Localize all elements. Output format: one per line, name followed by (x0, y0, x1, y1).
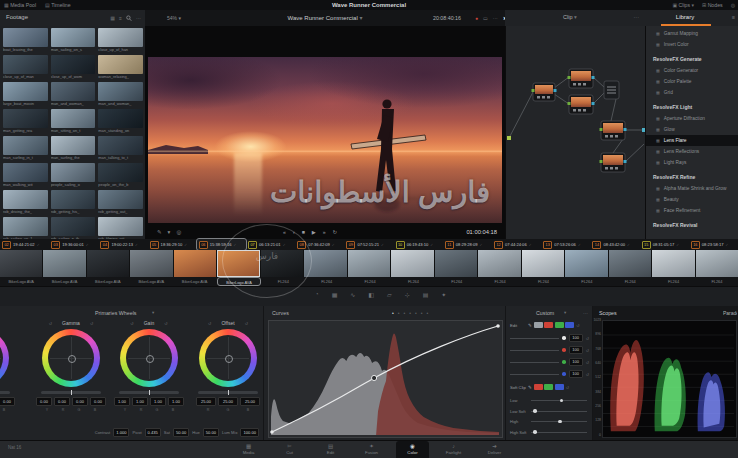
timeline-clip-label[interactable]: FL264 (479, 277, 521, 286)
timeline-clip-thumbnail[interactable] (261, 250, 303, 277)
clip-chip[interactable]: 0907:52:15:21✓ (344, 239, 393, 250)
timeline-clip-thumbnail[interactable] (696, 250, 738, 277)
media-clip-thumbnail[interactable] (98, 28, 143, 47)
reset-icon[interactable]: ↺ (49, 321, 52, 326)
library-item[interactable]: ▦Lens Reflections (646, 146, 738, 157)
media-clip-thumbnail[interactable] (98, 82, 143, 101)
timeline-clip-label[interactable]: FL264 (349, 277, 391, 286)
annotate-pen-icon[interactable]: ✎ (157, 229, 162, 235)
media-clip-thumbnail[interactable] (3, 55, 48, 74)
wheel-value[interactable]: 25.00 (196, 397, 216, 406)
adjust-value[interactable]: 1.000 (113, 428, 129, 437)
camera-raw-icon[interactable]: ◔ (315, 291, 319, 298)
wheel-center-handle[interactable] (225, 355, 233, 363)
pen-dropdown-icon[interactable]: ▾ (168, 229, 171, 235)
color-wheels-icon[interactable]: ▦ (332, 291, 338, 298)
reset-icon[interactable]: ↺ (208, 321, 211, 326)
tracker-icon[interactable]: ⊹ (405, 291, 410, 298)
timeline-clip-thumbnail[interactable] (435, 250, 477, 277)
timeline-clip-label[interactable]: BikerLogo AVA (130, 277, 172, 286)
reset-icon[interactable]: ↺ (164, 321, 167, 326)
wheel-value[interactable]: 1.00 (132, 397, 148, 406)
timeline-clip-label[interactable]: FL264 (436, 277, 478, 286)
media-clip-thumbnail[interactable] (98, 109, 143, 128)
adjust-value[interactable]: 0.435 (145, 428, 161, 437)
wheel-value[interactable]: 0.00 (0, 397, 15, 406)
master-wheel-slider[interactable] (41, 391, 101, 394)
media-clip-thumbnail[interactable] (98, 190, 143, 209)
clip-chip[interactable]: 0419:00:22:13✓ (98, 239, 147, 250)
stop-icon[interactable]: ■ (302, 229, 305, 235)
library-item[interactable]: ▦Light Rays (646, 157, 738, 168)
node-options-icon[interactable]: ··· (634, 14, 640, 20)
adjust-value[interactable]: 50.00 (173, 428, 189, 437)
custom-title[interactable]: Custom (536, 310, 554, 316)
timeline-clip-thumbnail[interactable] (348, 250, 390, 277)
media-clip[interactable]: boat_leaving_the (3, 28, 48, 53)
media-clip[interactable]: people_sailing_o (51, 163, 96, 188)
timeline-clip-thumbnail[interactable] (478, 250, 520, 277)
reset-icon[interactable]: ↺ (586, 372, 589, 377)
library-item[interactable]: ▦Color Palette (646, 76, 738, 87)
viewer-gear-icon[interactable]: ◎ (176, 229, 181, 235)
library-item[interactable]: ▦Grid (646, 87, 738, 98)
curves-page-dot[interactable]: • (427, 310, 429, 316)
clips-toggle[interactable]: ▣ Clips ▾ (672, 2, 694, 8)
step-back-icon[interactable]: ‹ (293, 229, 295, 235)
slider-knob[interactable] (560, 399, 564, 403)
media-clip[interactable]: people_on_the_b (98, 163, 143, 188)
edit-pen-icon[interactable]: ✎ (528, 323, 532, 328)
corrector-node-2[interactable] (568, 69, 595, 88)
media-clip[interactable]: man_standing_on (98, 109, 143, 134)
reset-icon[interactable]: ↺ (245, 321, 248, 326)
media-clip[interactable]: woman_relaxing_ (98, 55, 143, 80)
media-clip-thumbnail[interactable] (51, 136, 96, 155)
wheels-panel-title[interactable]: Primaries Wheels (95, 310, 137, 316)
corrector-node-5[interactable] (600, 153, 627, 172)
media-clip-thumbnail[interactable] (3, 163, 48, 182)
wheel-value[interactable]: 25.00 (240, 397, 260, 406)
more-options-icon[interactable]: ··· (136, 15, 141, 22)
scope-mode-select[interactable]: Parade (723, 310, 737, 316)
adjust-value[interactable]: 100.00 (240, 428, 259, 437)
timeline-clip-thumbnail[interactable] (217, 250, 259, 277)
color-wheel-control[interactable] (120, 329, 178, 387)
timeline-clip-label[interactable]: FL264 (652, 277, 694, 286)
channel-value[interactable]: 100 (569, 346, 583, 354)
library-item[interactable]: ▦Alpha Matte Shrink and Grow (646, 183, 738, 194)
timeline-clip-label[interactable]: FL264 (392, 277, 434, 286)
library-item[interactable]: ▦Gamut Mapping (646, 28, 738, 39)
library-item[interactable]: ▦Beauty (646, 194, 738, 205)
reset-icon[interactable]: ↺ (586, 348, 589, 353)
timeline-clip-label[interactable]: BikerLogo AVA (87, 277, 129, 286)
scopes-title[interactable]: Scopes (599, 310, 617, 316)
channel-value[interactable]: 100 (569, 334, 583, 342)
media-clip[interactable]: man_surfing_in_t (3, 136, 48, 161)
media-clip-thumbnail[interactable] (51, 163, 96, 182)
master-wheel-slider[interactable] (119, 391, 179, 394)
media-clip-thumbnail[interactable] (3, 109, 48, 128)
page-edit[interactable]: ▤Edit (314, 441, 347, 458)
corrector-node-4[interactable] (600, 121, 627, 140)
media-clip[interactable]: man_walking_wit (3, 163, 48, 188)
parade-scope[interactable] (602, 320, 737, 438)
master-wheel-slider[interactable] (0, 391, 10, 394)
curves-page-dot[interactable]: • (398, 310, 400, 316)
library-item[interactable]: ▦Lens Flare (646, 135, 738, 146)
corrector-node-3[interactable] (568, 95, 595, 114)
curves-title[interactable]: Curves (272, 310, 289, 316)
media-clip-thumbnail[interactable] (51, 82, 96, 101)
media-clip[interactable]: man_sailing_on_s (51, 28, 96, 53)
timeline-clip-label[interactable]: FL264 (306, 277, 348, 286)
reset-icon[interactable]: ↺ (130, 321, 133, 326)
play-icon[interactable]: ▶ (312, 229, 316, 235)
channel-dot[interactable] (562, 348, 566, 352)
timeline-clip-label[interactable]: FL264 (566, 277, 608, 286)
clip-chip[interactable]: 0706:13:21:01✓ (246, 239, 295, 250)
media-clip-thumbnail[interactable] (98, 55, 143, 74)
clip-chip[interactable]: 1207:44:24:06✓ (492, 239, 541, 250)
page-color[interactable]: ◉Color (396, 441, 429, 458)
edit-reset-icon[interactable]: ↺ (576, 319, 579, 331)
media-clip[interactable]: man_and_woman_ (51, 82, 96, 107)
channel-dot[interactable] (562, 360, 566, 364)
